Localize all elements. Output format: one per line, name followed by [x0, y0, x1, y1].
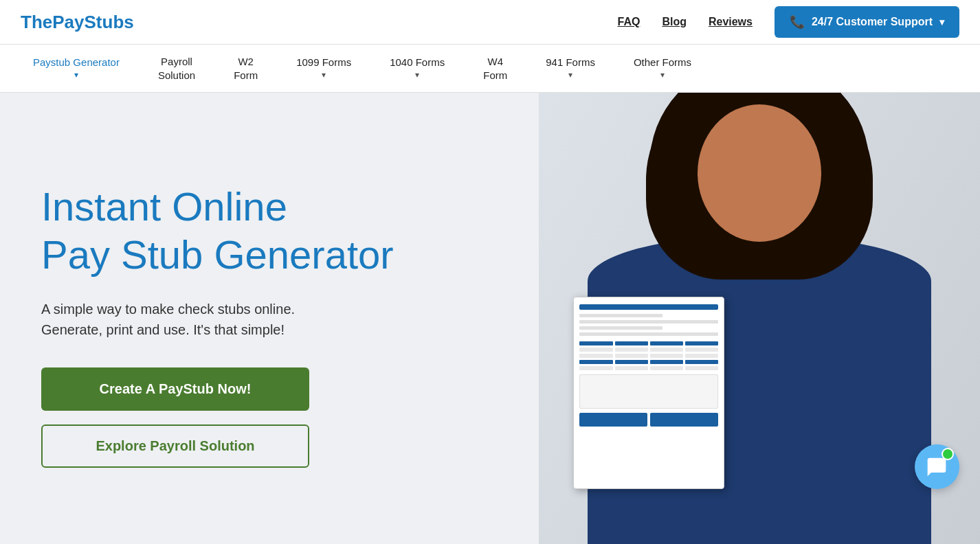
doc-cell: [650, 354, 683, 358]
nav-label-941-forms: 941 Forms: [546, 56, 595, 69]
hero-title-line1: Instant Online: [41, 184, 287, 229]
nav-label-paystub-generator: Paystub Generator: [33, 56, 120, 69]
doc-cell: [615, 360, 648, 364]
main-nav: Paystub Generator ▾ PayrollSolution W2Fo…: [0, 45, 980, 93]
doc-cell: [650, 348, 683, 352]
chevron-down-icon: ▾: [415, 70, 419, 81]
doc-row-4: [579, 332, 718, 336]
doc-cell: [615, 354, 648, 358]
nav-label-1040-forms: 1040 Forms: [390, 56, 445, 69]
logo[interactable]: ThePayStubs: [21, 12, 134, 33]
person-face: [698, 104, 821, 242]
doc-row-1: [579, 314, 662, 317]
doc-cell: [685, 360, 718, 364]
chevron-down-icon: ▾: [568, 70, 572, 81]
doc-cell: [615, 348, 648, 352]
hero-subtitle: A simple way to make check stubs online.…: [41, 299, 399, 340]
nav-label-other-forms: Other Forms: [634, 56, 691, 69]
doc-table-row-2: [579, 354, 718, 358]
doc-cell-blue: [579, 413, 647, 427]
logo-bold: PayStubs: [52, 12, 134, 32]
nav-label-w2-form: W2Form: [234, 55, 258, 82]
doc-cell: [685, 354, 718, 358]
doc-cell: [579, 348, 612, 352]
header-right: FAQ Blog Reviews 📞 24/7 Customer Support…: [617, 6, 959, 38]
hero-title: Instant Online Pay Stub Generator: [41, 183, 498, 278]
doc-table-row-4: [579, 366, 718, 370]
doc-cell: [615, 341, 648, 345]
logo-prefix: The: [21, 12, 52, 32]
doc-bottom-cells: [579, 413, 718, 427]
nav-item-941-forms[interactable]: 941 Forms ▾: [526, 45, 614, 93]
chevron-down-icon: ▾: [660, 70, 665, 81]
chevron-down-icon: ▾: [939, 16, 944, 27]
nav-label-payroll-solution: PayrollSolution: [158, 55, 195, 82]
doc-table-row-header: [579, 341, 718, 345]
nav-item-w4-form[interactable]: W4Form: [464, 45, 526, 93]
doc-cell: [615, 366, 648, 370]
nav-item-other-forms[interactable]: Other Forms ▾: [614, 45, 711, 93]
chat-icon: [926, 456, 948, 478]
support-button[interactable]: 📞 24/7 Customer Support ▾: [775, 6, 959, 38]
hero-image: [539, 93, 980, 544]
chevron-down-icon: ▾: [322, 70, 326, 81]
doc-cell: [579, 366, 612, 370]
doc-section-bottom: [579, 374, 718, 409]
doc-header: [579, 304, 718, 310]
create-paystub-button[interactable]: Create A PayStub Now!: [41, 367, 309, 411]
hero-content: Instant Online Pay Stub Generator A simp…: [0, 93, 539, 544]
doc-cell: [685, 341, 718, 345]
hero-section: Instant Online Pay Stub Generator A simp…: [0, 93, 980, 544]
doc-cell: [685, 348, 718, 352]
document-card: [573, 297, 724, 489]
site-header: ThePayStubs FAQ Blog Reviews 📞 24/7 Cust…: [0, 0, 980, 45]
hero-title-line2: Pay Stub Generator: [41, 232, 394, 277]
nav-item-1099-forms[interactable]: 1099 Forms ▾: [277, 45, 370, 93]
chat-bubble[interactable]: [915, 444, 959, 489]
reviews-link[interactable]: Reviews: [709, 16, 753, 28]
doc-cell: [579, 341, 612, 345]
chevron-down-icon: ▾: [74, 70, 78, 81]
doc-row-3: [579, 326, 662, 330]
doc-table-row-1: [579, 348, 718, 352]
doc-table-row-3: [579, 360, 718, 364]
doc-table: [579, 341, 718, 370]
doc-cell: [650, 366, 683, 370]
faq-link[interactable]: FAQ: [617, 16, 640, 28]
nav-item-paystub-generator[interactable]: Paystub Generator ▾: [14, 45, 139, 93]
doc-cell: [650, 341, 683, 345]
nav-item-payroll-solution[interactable]: PayrollSolution: [139, 45, 214, 93]
doc-cell: [650, 360, 683, 364]
support-button-label: 24/7 Customer Support: [812, 16, 933, 28]
doc-cell: [685, 366, 718, 370]
doc-cell-blue: [650, 413, 718, 427]
nav-label-1099-forms: 1099 Forms: [296, 56, 351, 69]
doc-row-2: [579, 320, 718, 324]
nav-item-w2-form[interactable]: W2Form: [214, 45, 277, 93]
doc-cell: [579, 354, 612, 358]
blog-link[interactable]: Blog: [662, 16, 687, 28]
explore-payroll-button[interactable]: Explore Payroll Solution: [41, 424, 309, 468]
phone-icon: 📞: [790, 14, 805, 30]
doc-cell: [579, 360, 612, 364]
nav-label-w4-form: W4Form: [483, 55, 507, 82]
nav-item-1040-forms[interactable]: 1040 Forms ▾: [370, 45, 464, 93]
